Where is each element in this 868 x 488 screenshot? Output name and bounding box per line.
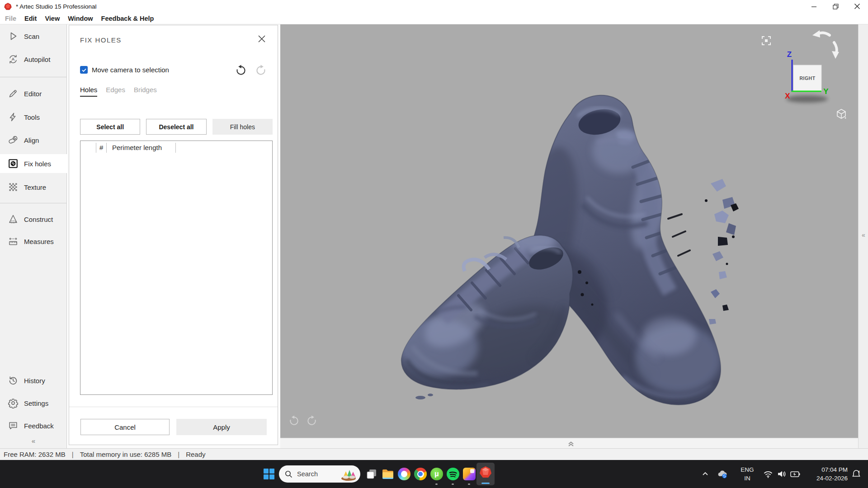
wifi-icon[interactable] [763,469,774,479]
tray-date: 24-02-2026 [802,474,848,483]
sidebar-item-editor[interactable]: Editor [0,84,67,103]
status-ready: Ready [186,450,205,458]
move-camera-label: Move camera to selection [92,66,169,74]
onedrive-cloud-icon[interactable] [717,469,728,479]
tray-language-indicator[interactable]: ENG IN [738,465,756,483]
task-view-icon[interactable] [365,468,378,480]
minimize-button[interactable] [803,0,825,13]
fit-view-icon[interactable] [761,35,772,46]
sidebar-item-scan[interactable]: Scan [0,27,67,46]
artec-studio-taskbar-icon[interactable] [476,463,495,485]
battery-icon[interactable] [790,469,801,479]
svg-text:z: z [858,469,860,474]
file-explorer-icon[interactable] [382,468,394,480]
right-panel-strip: « [858,24,868,448]
move-camera-checkbox-row[interactable]: Move camera to selection [80,66,169,74]
fix-holes-panel: FIX HOLES Move camera to selection Holes… [69,25,278,445]
sidebar-item-tools[interactable]: Tools [0,108,67,127]
orientation-axes-widget[interactable]: RIGHT Z Y X [775,46,848,109]
cancel-button[interactable]: Cancel [80,419,170,435]
view-orientation-label: RIGHT [799,75,815,81]
tab-edges[interactable]: Edges [106,86,125,97]
sidebar-item-texture[interactable]: Texture [0,178,67,197]
windows-start-button[interactable] [264,469,274,479]
scanned-shoes-model [280,24,858,438]
align-icon [8,135,19,145]
settings-gear-icon [8,398,19,408]
scan-icon [8,31,19,42]
viewport-3d[interactable]: RIGHT Z Y X [280,24,858,438]
status-free-ram: Free RAM: 2632 MB [4,450,66,458]
copilot-icon[interactable] [398,468,410,480]
panel-tabs: Holes Edges Bridges [80,86,157,97]
running-indicator-dot [468,483,470,485]
history-icon [8,375,19,386]
spotify-icon[interactable] [447,468,459,480]
window-title: * Artec Studio 15 Professional [16,3,97,10]
tools-lightning-icon [8,112,19,122]
menu-edit[interactable]: Edit [20,15,41,22]
apply-button[interactable]: Apply [176,419,267,435]
deselect-all-button[interactable]: Deselect all [146,119,206,135]
viewport-undo-icon[interactable] [288,415,300,426]
axis-y-label: Y [823,87,829,96]
viewport-redo-icon[interactable] [306,415,317,426]
artec-app-icon [4,3,12,10]
volume-icon[interactable] [776,469,787,479]
sidebar-item-settings[interactable]: Settings [0,394,67,413]
select-all-button[interactable]: Select all [80,119,140,135]
panel-footer-divider [69,407,278,407]
search-highlight-image [339,467,359,481]
sidebar: Scan A Autopilot Editor Tools Align Fix … [0,24,67,448]
undo-icon[interactable] [235,64,247,76]
gallery-icon[interactable] [463,468,476,480]
status-memory: Total memory in use: 6285 MB [80,450,172,458]
sidebar-item-feedback[interactable]: Feedback [0,416,67,435]
col-number: # [99,144,103,151]
active-app-indicator [481,483,490,484]
search-icon [285,470,292,478]
expand-bottom-handle[interactable] [567,439,575,447]
redo-icon[interactable] [255,64,267,76]
texture-icon [8,182,19,192]
menu-view[interactable]: View [41,15,64,22]
tab-bridges[interactable]: Bridges [134,86,157,97]
sidebar-item-construct[interactable]: Construct [0,210,67,229]
measures-ruler-icon [8,236,19,247]
tray-chevron-up-icon[interactable] [701,470,709,478]
axis-z-label: Z [787,50,792,59]
bottom-strip [280,438,858,448]
chrome-icon[interactable] [414,468,427,480]
restore-button[interactable] [825,0,846,13]
title-bar: * Artec Studio 15 Professional [0,0,868,13]
right-collapse-button[interactable]: « [859,231,868,239]
menu-bar: File Edit View Window Feedback & Help [0,13,868,24]
sidebar-item-measures[interactable]: Measures [0,232,67,251]
tab-holes[interactable]: Holes [80,86,97,97]
tray-time: 07:04 PM [802,465,848,474]
sidebar-divider [0,77,67,77]
sidebar-collapse-button[interactable]: « [0,437,67,445]
col-perimeter-length: Perimeter length [112,144,162,151]
close-button[interactable] [846,0,868,13]
sidebar-divider [0,203,67,203]
panel-close-icon[interactable] [257,34,267,44]
menu-window[interactable]: Window [64,15,97,22]
move-camera-checkbox[interactable] [80,66,88,74]
construct-cone-icon [8,214,19,225]
menu-file[interactable]: File [1,15,20,22]
sidebar-item-align[interactable]: Align [0,131,67,150]
sidebar-item-fix-holes[interactable]: Fix holes [0,154,67,173]
utorrent-icon[interactable]: µ [430,468,443,480]
cube-view-icon[interactable] [835,108,847,120]
taskbar-search[interactable]: Search [279,465,360,483]
menu-feedback-help[interactable]: Feedback & Help [97,15,158,22]
svg-text:A: A [12,56,15,61]
holes-table[interactable]: # Perimeter length [80,141,273,395]
tray-clock[interactable]: 07:04 PM 24-02-2026 [802,465,848,483]
scan-debris [705,179,739,324]
notification-bell-icon[interactable]: z [851,469,862,479]
fill-holes-button[interactable]: Fill holes [212,119,273,135]
sidebar-item-autopilot[interactable]: A Autopilot [0,50,67,69]
sidebar-item-history[interactable]: History [0,371,67,390]
